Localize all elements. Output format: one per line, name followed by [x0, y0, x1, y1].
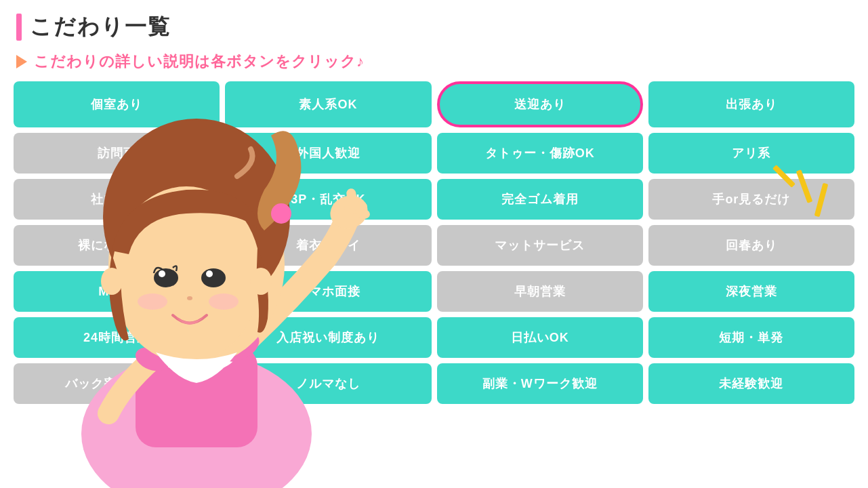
grid-button-1-0[interactable]: 訪問可 [14, 133, 220, 174]
subtitle-row: こだわりの詳しい説明は各ボタンをクリック♪ [0, 47, 868, 81]
grid-button-0-1[interactable]: 素人系OK [225, 81, 431, 127]
grid-button-6-1[interactable]: ノルマなし [225, 363, 431, 404]
grid-button-5-1[interactable]: 入店祝い制度あり [225, 317, 431, 358]
page-header: こだわり一覧 [0, 0, 868, 47]
subtitle-text: こだわりの詳しい説明は各ボタンをクリック♪ [34, 52, 365, 72]
grid-button-4-2[interactable]: 早朝営業 [437, 271, 643, 312]
grid-button-4-1[interactable]: スマホ面接 [225, 271, 431, 312]
button-grid: 個室あり素人系OK送迎あり出張あり訪問可外国人歓迎タトゥー・傷跡OKアリ系社内恋… [0, 81, 868, 404]
grid-button-5-0[interactable]: 24時間営業 [14, 317, 220, 358]
grid-button-2-2[interactable]: 完全ゴム着用 [437, 179, 643, 220]
grid-button-1-3[interactable]: アリ系 [648, 133, 854, 174]
grid-button-6-0[interactable]: バック率70%以上 [14, 363, 220, 404]
header-accent [16, 14, 22, 41]
grid-button-1-2[interactable]: タトゥー・傷跡OK [437, 133, 643, 174]
page-title: こだわり一覧 [30, 12, 171, 42]
grid-button-5-3[interactable]: 短期・単発 [648, 317, 854, 358]
grid-wrapper: 個室あり素人系OK送迎あり出張あり訪問可外国人歓迎タトゥー・傷跡OKアリ系社内恋… [0, 81, 868, 404]
play-icon [16, 55, 27, 68]
grid-button-4-0[interactable]: M性感 [14, 271, 220, 312]
grid-button-2-0[interactable]: 社内恋愛 [14, 179, 220, 220]
grid-button-3-2[interactable]: マットサービス [437, 225, 643, 266]
grid-button-2-1[interactable]: 3P・乱交OK [225, 179, 431, 220]
grid-button-0-2[interactable]: 送迎あり [437, 81, 643, 127]
grid-button-6-2[interactable]: 副業・Wワーク歓迎 [437, 363, 643, 404]
grid-button-1-1[interactable]: 外国人歓迎 [225, 133, 431, 174]
grid-button-6-3[interactable]: 未経験歓迎 [648, 363, 854, 404]
grid-button-2-3[interactable]: 手or見るだけ [648, 179, 854, 220]
grid-button-3-3[interactable]: 回春あり [648, 225, 854, 266]
grid-button-3-1[interactable]: 着衣プレイ [225, 225, 431, 266]
grid-button-0-0[interactable]: 個室あり [14, 81, 220, 127]
grid-button-4-3[interactable]: 深夜営業 [648, 271, 854, 312]
grid-button-0-3[interactable]: 出張あり [648, 81, 854, 127]
grid-button-5-2[interactable]: 日払いOK [437, 317, 643, 358]
grid-button-3-0[interactable]: 裸にならない [14, 225, 220, 266]
